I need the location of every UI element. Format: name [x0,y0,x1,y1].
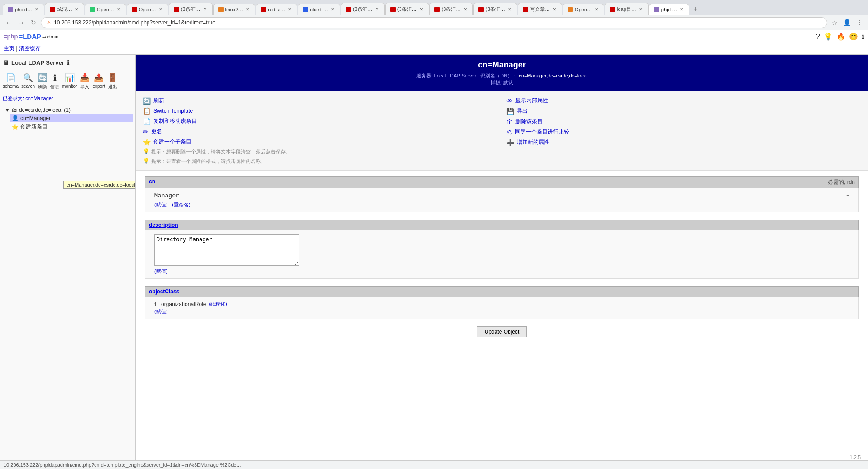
bulb-icon[interactable]: 💡 [824,32,833,41]
tree-folder-root[interactable]: ▼ 🗂 dc=csrdc,dc=local (1) [3,106,133,114]
objectclass-assign-link[interactable]: (赋值) [154,308,167,315]
refresh-icon: 🔄 [38,73,48,83]
tab-close[interactable]: ✕ [419,7,424,12]
server-info-icon[interactable]: ℹ [67,59,69,66]
tab-linux[interactable]: linux2… ✕ [213,4,256,15]
tab-open1[interactable]: Open… ✕ [85,4,126,15]
reload-button[interactable]: ↻ [29,17,38,28]
tab-3tiao5[interactable]: (3条汇… ✕ [473,3,517,15]
tab-close[interactable]: ✕ [594,7,599,12]
action-create-child[interactable]: ⭐ 创建一个子条目 [143,138,497,146]
tab-close[interactable]: ✕ [34,7,39,12]
tab-close[interactable]: ✕ [116,7,121,12]
tab-favicon [132,7,137,12]
tool-monitor[interactable]: 📊 monitor [62,73,77,90]
action-copy-move[interactable]: 📄 复制和移动该条目 [143,117,497,125]
action-export[interactable]: 💾 导出 [506,107,861,115]
tool-search[interactable]: 🔍 search [21,73,35,90]
info-icon[interactable]: ℹ [862,32,864,41]
cn-value: Manager [154,192,179,199]
add-attr-icon: ➕ [506,139,514,146]
tab-3tiao3[interactable]: (3条汇… ✕ [385,3,429,15]
tab-redis[interactable]: redis:… ✕ [256,4,297,15]
description-textarea[interactable]: Directory Manager [154,234,299,266]
tab-close[interactable]: ✕ [638,7,644,12]
cn-assign-link[interactable]: (赋值) [154,201,167,208]
tab-close[interactable]: ✕ [374,7,380,12]
update-object-button[interactable]: Update Object [477,326,527,337]
action-compare[interactable]: ⚖ 同另一个条目进行比较 [506,128,861,136]
tab-3tiao4[interactable]: (3条汇… ✕ [429,3,473,15]
profile-button[interactable]: 👤 [841,17,853,28]
new-tab-button[interactable]: + [690,3,701,15]
tab-close[interactable]: ✕ [507,7,512,12]
tab-3tiao2[interactable]: (3条汇… ✕ [341,3,385,15]
field-header-cn: cn 必需的, rdn [145,176,859,188]
home-link[interactable]: 主页 [4,45,14,52]
tab-phpld-1[interactable]: phpld… ✕ [3,4,44,15]
tab-favicon [568,7,573,12]
address-bar[interactable]: ⚠ 10.206.153.222/phpldapadmin/cmd.php?se… [41,17,827,28]
tab-favicon [654,7,659,12]
description-assign-link[interactable]: (赋值) [154,268,167,275]
tree-leaf-cn-manager[interactable]: 👤 cn=Manager [10,114,133,122]
forward-button[interactable]: → [16,17,26,28]
action-add-attr[interactable]: ➕ 增加新的属性 [506,139,861,146]
main-title: cn=Manager [141,60,863,70]
field-name-objectclass[interactable]: objectClass [149,288,179,295]
action-show-internal[interactable]: 👁 显示内部属性 [506,97,861,105]
tab-label: Open… [97,7,114,12]
face-icon[interactable]: 😊 [849,32,858,41]
tab-close[interactable]: ✕ [463,7,468,12]
action-rename[interactable]: ✏ 更名 [143,128,497,135]
tool-info[interactable]: ℹ 信息 [50,73,59,90]
bookmark-button[interactable]: ☆ [830,17,839,28]
objectclass-detail-link[interactable]: (续粒化) [209,301,227,307]
tool-import[interactable]: 📥 导入 [80,73,90,90]
tab-label: Open… [575,7,592,12]
tree-leaf-label: cn=Manager [20,115,51,121]
tab-ldap[interactable]: ldap目… ✕ [605,3,649,15]
tab-close[interactable]: ✕ [330,7,335,12]
tab-close[interactable]: ✕ [74,7,79,12]
address-bar-row: ← → ↻ ⚠ 10.206.153.222/phpldapadmin/cmd.… [0,15,868,30]
app-body: 🖥 Local LDAP Server ℹ 📄 schema 🔍 search … [0,55,868,465]
tool-logout[interactable]: 🚪 退出 [108,73,118,90]
tree-root: ▼ 🗂 dc=csrdc,dc=local (1) 👤 cn=Manager ⭐… [3,105,133,133]
objectclass-info-icon[interactable]: ℹ [154,301,157,307]
help-icon[interactable]: ? [816,33,820,41]
tool-refresh[interactable]: 🔄 刷新 [38,73,48,90]
tab-open2[interactable]: Open… ✕ [127,4,168,15]
tab-huihun[interactable]: 炫混… ✕ [45,3,84,15]
tool-export[interactable]: 📤 export [92,73,105,90]
tab-3tiao1[interactable]: (3条汇… ✕ [169,3,213,15]
tool-schema[interactable]: 📄 schema [3,73,19,90]
tab-write[interactable]: 写文章… ✕ [518,3,562,15]
tool-search-label: search [21,84,35,89]
tab-close[interactable]: ✕ [158,7,163,12]
back-button[interactable]: ← [4,17,14,28]
clear-cache-link[interactable]: 清空缓存 [19,45,41,52]
action-add-attr-label: 增加新的属性 [517,139,549,146]
action-refresh[interactable]: 🔄 刷新 [143,97,497,105]
tab-close[interactable]: ✕ [245,7,250,12]
tab-open3[interactable]: Open… ✕ [563,4,604,15]
tree-leaf-create-new[interactable]: ⭐ 创建新条目 [10,122,133,132]
field-name-description[interactable]: description [149,222,178,228]
template-label: 样板: [491,80,502,85]
tab-close[interactable]: ✕ [287,7,292,12]
field-body-objectclass: ℹ organizationalRole (续粒化) (赋值) [145,297,859,319]
tab-close[interactable]: ✕ [552,7,557,12]
tab-favicon [50,7,55,12]
fire-icon[interactable]: 🔥 [836,32,845,41]
field-name-cn[interactable]: cn [149,178,155,186]
tab-close[interactable]: ✕ [679,7,684,12]
tab-phpld-active[interactable]: phpL… ✕ [649,4,689,15]
cn-rename-link[interactable]: (重命名) [172,201,190,208]
action-delete[interactable]: 🗑 删除该条目 [506,118,861,125]
tab-client[interactable]: client … ✕ [298,4,340,15]
cn-minus[interactable]: − [846,192,849,201]
more-button[interactable]: ⋮ [854,17,864,28]
tab-close[interactable]: ✕ [202,7,208,12]
action-switch-template[interactable]: 📋 Switch Template [143,107,497,115]
